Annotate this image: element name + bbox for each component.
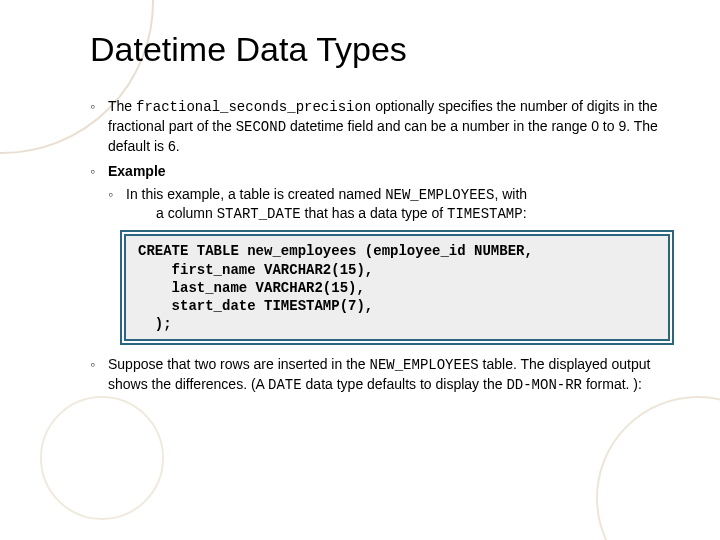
text: Suppose that two rows are inserted in th… <box>108 356 369 372</box>
bullet-list: The fractional_seconds_precision optiona… <box>90 97 670 224</box>
text: In this example, a table is created name… <box>126 186 385 202</box>
slide-content: Datetime Data Types The fractional_secon… <box>0 0 720 421</box>
indented-line: a column START_DATE that has a data type… <box>156 204 670 224</box>
text: , with <box>494 186 527 202</box>
code-block: CREATE TABLE new_employees (employee_id … <box>124 234 670 341</box>
text: format. ): <box>582 376 642 392</box>
code-inline: DATE <box>268 377 302 393</box>
text: The <box>108 98 136 114</box>
code-inline: NEW_EMPLOYEES <box>385 187 494 203</box>
text: that has a data type of <box>301 205 447 221</box>
sub-bullet-list: In this example, a table is created name… <box>108 185 670 225</box>
slide-title: Datetime Data Types <box>90 30 670 69</box>
code-inline: fractional_seconds_precision <box>136 99 371 115</box>
sub-bullet-1: In this example, a table is created name… <box>108 185 670 225</box>
bullet-3: Suppose that two rows are inserted in th… <box>90 355 670 395</box>
code-inline: TIMESTAMP <box>447 206 523 222</box>
code-inline: START_DATE <box>217 206 301 222</box>
bullet-1: The fractional_seconds_precision optiona… <box>90 97 670 156</box>
bullet-list-2: Suppose that two rows are inserted in th… <box>90 355 670 395</box>
text: : <box>523 205 527 221</box>
code-inline: DD-MON-RR <box>506 377 582 393</box>
code-inline: SECOND <box>236 119 286 135</box>
example-label: Example <box>108 163 166 179</box>
bullet-2: Example In this example, a table is crea… <box>90 162 670 225</box>
text: a column <box>156 205 217 221</box>
code-inline: NEW_EMPLOYEES <box>369 357 478 373</box>
text: data type defaults to display the <box>302 376 507 392</box>
